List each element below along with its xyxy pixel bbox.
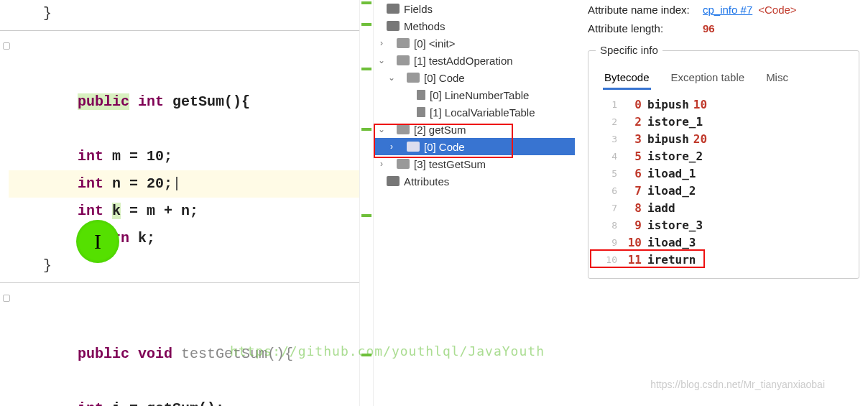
bytecode-row[interactable]: 22istore_1: [601, 113, 859, 130]
bytecode-offset: 8: [620, 201, 642, 215]
bytecode-line-number: 9: [601, 237, 617, 248]
code-line: return k;: [9, 225, 359, 252]
folder-icon: [387, 4, 400, 14]
gutter-method-icon: [3, 42, 10, 50]
method-separator: [0, 30, 359, 31]
code-line: int k = m + n;: [9, 198, 359, 225]
attr-length-row: Attribute length: 96: [588, 19, 859, 37]
bytecode-line-number: 6: [601, 185, 617, 196]
tab-bar: Bytecode Exception table Misc: [588, 65, 859, 90]
bytecode-opcode: istore_2: [647, 149, 703, 163]
attribute-details-panel: Attribute name index: cp_info #7 <Code> …: [575, 0, 868, 406]
bytecode-opcode: ireturn: [647, 253, 696, 267]
chevron-down-icon[interactable]: ⌄: [377, 124, 387, 134]
tree-item-method-init[interactable]: ›[0] <init>: [374, 34, 575, 52]
group-legend: Specific info: [596, 44, 662, 56]
tree-item-lnt[interactable]: [0] LineNumberTable: [374, 86, 575, 103]
watermark: https://github.com/youthlql/JavaYouth: [230, 343, 545, 359]
file-icon: [417, 90, 425, 100]
bytecode-row[interactable]: 89istore_3: [601, 216, 859, 234]
bytecode-offset: 11: [620, 253, 642, 267]
bytecode-offset: 2: [620, 115, 642, 129]
bytecode-row[interactable]: 910iload_3: [601, 234, 859, 251]
tree-item-methods[interactable]: Methods: [374, 17, 575, 34]
watermark: https://blog.csdn.net/Mr_tianyanxiaobai: [650, 379, 825, 390]
attr-length-value: 96: [703, 22, 715, 34]
cp-info-link[interactable]: cp_info #7: [703, 4, 752, 16]
folder-icon: [387, 176, 400, 186]
tree-item-method-testgetsum[interactable]: ›[3] testGetSum: [374, 155, 575, 172]
bytecode-offset: 6: [620, 167, 642, 180]
bytecode-line-number: 10: [601, 254, 617, 265]
bytecode-opcode: iadd: [647, 201, 675, 215]
bytecode-line-number: 4: [601, 151, 617, 162]
chevron-down-icon[interactable]: ⌄: [377, 55, 387, 65]
bytecode-line-number: 3: [601, 134, 617, 144]
chevron-down-icon[interactable]: ⌄: [387, 73, 397, 83]
bytecode-list[interactable]: 10bipush1022istore_133bipush2045istore_2…: [588, 90, 859, 278]
bytecode-opcode: bipush: [647, 98, 689, 111]
bytecode-row[interactable]: 78iadd: [601, 199, 859, 216]
tree-item-method-testadd[interactable]: ⌄[1] testAddOperation: [374, 52, 575, 69]
method-separator: [0, 282, 359, 283]
bytecode-offset: 5: [620, 149, 642, 163]
folder-icon: [397, 159, 410, 169]
bytecode-row[interactable]: 33bipush20: [601, 130, 859, 147]
bytecode-line-number: 5: [601, 168, 617, 179]
bytecode-opcode: iload_1: [647, 167, 696, 180]
tree-item-attributes[interactable]: Attributes: [374, 172, 575, 190]
folder-icon: [397, 124, 410, 134]
code-line: public void testGetSum(){: [9, 286, 359, 395]
bytecode-offset: 7: [620, 184, 642, 198]
attr-name-row: Attribute name index: cp_info #7 <Code>: [588, 0, 859, 19]
bytecode-offset: 3: [620, 132, 642, 146]
code-line: }: [9, 252, 359, 280]
folder-icon: [407, 73, 420, 83]
bytecode-line-number: 8: [601, 220, 617, 231]
chevron-right-icon[interactable]: ›: [387, 142, 397, 152]
chevron-right-icon[interactable]: ›: [377, 159, 387, 169]
bytecode-opcode: istore_3: [647, 218, 703, 232]
code-line: int i = getSum();: [9, 395, 359, 406]
tab-exception-table[interactable]: Exception table: [670, 67, 747, 90]
specific-info-group: Specific info Bytecode Exception table M…: [588, 50, 859, 279]
tab-bytecode[interactable]: Bytecode: [603, 67, 651, 90]
folder-icon: [397, 38, 410, 48]
bytecode-offset: 9: [620, 218, 642, 232]
tab-misc[interactable]: Misc: [765, 67, 790, 90]
bytecode-line-number: 2: [601, 116, 617, 127]
tree-item-fields[interactable]: Fields: [374, 0, 575, 17]
bytecode-opcode: istore_1: [647, 115, 703, 129]
cursor-highlight-icon: I: [76, 220, 119, 263]
tree-item-code-selected[interactable]: ›[0] Code: [374, 138, 575, 155]
folder-icon: [387, 21, 400, 31]
folder-icon: [397, 55, 410, 65]
bytecode-row[interactable]: 67iload_2: [601, 182, 859, 199]
bytecode-row[interactable]: 1011ireturn: [601, 251, 859, 268]
tree-item-method-getsum[interactable]: ⌄[2] getSum: [374, 121, 575, 138]
tree-item-lvt[interactable]: [1] LocalVariableTable: [374, 103, 575, 121]
code-line: public int getSum(){: [9, 34, 359, 143]
chevron-right-icon[interactable]: ›: [377, 38, 387, 48]
bytecode-arg: 10: [693, 98, 707, 111]
code-line-current: int n = 20;|: [9, 170, 359, 198]
bytecode-row[interactable]: 45istore_2: [601, 147, 859, 165]
code-line: }: [9, 0, 359, 27]
file-icon: [417, 107, 425, 117]
bytecode-line-number: 1: [601, 99, 617, 110]
bytecode-offset: 0: [620, 98, 642, 111]
bytecode-opcode: iload_3: [647, 236, 696, 249]
tree-item-code[interactable]: ⌄[0] Code: [374, 69, 575, 86]
attr-name-tag: <Code>: [758, 4, 796, 16]
bytecode-arg: 20: [693, 132, 707, 146]
folder-icon: [407, 142, 420, 152]
bytecode-row[interactable]: 56iload_1: [601, 165, 859, 182]
code-line: int m = 10;: [9, 143, 359, 170]
gutter-method-icon: [3, 295, 10, 302]
bytecode-row[interactable]: 10bipush10: [601, 96, 859, 113]
bytecode-offset: 10: [620, 236, 642, 249]
bytecode-opcode: iload_2: [647, 184, 696, 198]
bytecode-line-number: 7: [601, 203, 617, 213]
bytecode-opcode: bipush: [647, 132, 689, 146]
